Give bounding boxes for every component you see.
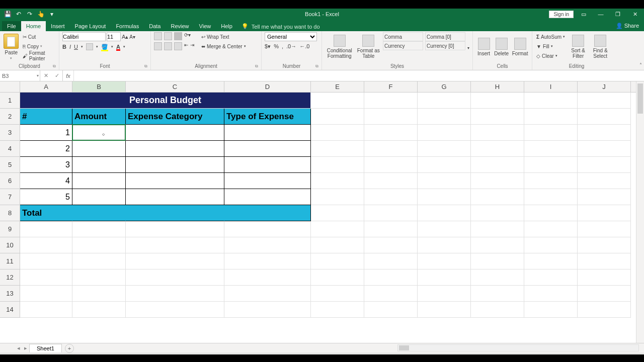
tab-file[interactable]: File (2, 21, 21, 31)
increase-decimal-icon[interactable]: .0→ (286, 43, 296, 50)
autosum-button[interactable]: ΣAutoSum▾ (535, 32, 566, 41)
cell[interactable] (72, 237, 126, 253)
cell[interactable] (524, 286, 578, 302)
cell[interactable] (418, 141, 471, 157)
style-comma0[interactable]: Comma [0] (425, 32, 465, 41)
launcher-icon[interactable]: ⧉ (144, 64, 147, 69)
cell[interactable] (524, 93, 578, 109)
merge-center-button[interactable]: ⬌Merge & Center▾ (200, 42, 247, 51)
cell[interactable] (578, 125, 631, 141)
row-header[interactable]: 7 (0, 189, 20, 205)
undo-icon[interactable]: ↶ (15, 11, 22, 18)
cell[interactable] (224, 221, 311, 237)
collapse-ribbon-icon[interactable]: ˄ (639, 62, 642, 68)
cell[interactable] (311, 253, 364, 269)
cell[interactable] (20, 302, 72, 318)
cell[interactable] (418, 221, 471, 237)
share-button[interactable]: 👤 Share (611, 21, 644, 31)
insert-cells-button[interactable]: Insert (476, 32, 492, 61)
cell[interactable] (578, 269, 631, 286)
cell[interactable] (418, 157, 471, 173)
chevron-down-icon[interactable]: ▾ (37, 73, 39, 78)
decrease-font-icon[interactable]: A▾ (129, 34, 135, 40)
cell[interactable] (524, 109, 578, 125)
cell[interactable] (224, 269, 311, 286)
cell[interactable] (126, 205, 224, 221)
cell[interactable] (471, 286, 524, 302)
cell[interactable] (126, 221, 224, 237)
cell[interactable] (311, 189, 364, 205)
select-all-corner[interactable] (0, 81, 20, 92)
cell[interactable] (524, 189, 578, 205)
vertical-scrollbar[interactable] (636, 81, 644, 343)
cancel-formula-icon[interactable]: ✕ (40, 72, 51, 79)
cell[interactable] (224, 173, 311, 189)
cell[interactable] (126, 189, 224, 205)
cell[interactable] (364, 157, 418, 173)
column-header[interactable]: G (418, 81, 471, 92)
border-icon[interactable] (86, 43, 93, 50)
font-name-input[interactable] (62, 32, 106, 41)
cell[interactable] (418, 109, 471, 125)
cell[interactable] (364, 286, 418, 302)
cell[interactable] (418, 253, 471, 269)
sheet-nav-prev-icon[interactable]: ◂ (15, 345, 22, 351)
format-cells-button[interactable]: Format (511, 32, 529, 61)
cell[interactable] (311, 205, 364, 221)
cell[interactable] (578, 157, 631, 173)
column-header[interactable]: J (578, 81, 631, 92)
find-select-button[interactable]: Find & Select (590, 32, 610, 61)
accounting-icon[interactable]: $▾ (265, 43, 271, 50)
cell[interactable] (524, 141, 578, 157)
cell[interactable] (72, 141, 126, 157)
fill-button[interactable]: ▼Fill▾ (535, 42, 566, 51)
cell[interactable] (578, 237, 631, 253)
cell[interactable] (20, 286, 72, 302)
cell[interactable] (418, 173, 471, 189)
font-size-input[interactable] (107, 32, 121, 41)
cell[interactable] (364, 109, 418, 125)
column-header[interactable]: B (72, 81, 126, 92)
cell[interactable] (578, 302, 631, 318)
cell[interactable] (471, 253, 524, 269)
cell[interactable] (578, 109, 631, 125)
clear-button[interactable]: ◇Clear▾ (535, 51, 566, 60)
cell[interactable] (224, 141, 311, 157)
percent-icon[interactable]: % (274, 43, 279, 50)
row-header[interactable]: 5 (0, 157, 20, 173)
cell[interactable] (364, 221, 418, 237)
cell[interactable] (364, 253, 418, 269)
cell[interactable] (418, 189, 471, 205)
cell[interactable] (471, 109, 524, 125)
touch-mode-icon[interactable]: 👆 (37, 11, 44, 18)
cell[interactable] (311, 221, 364, 237)
cell[interactable] (311, 286, 364, 302)
add-sheet-button[interactable]: + (65, 344, 74, 353)
budget-total-label[interactable]: Total (20, 205, 72, 221)
cell[interactable] (418, 286, 471, 302)
cell[interactable] (364, 173, 418, 189)
cell[interactable] (126, 269, 224, 286)
cell[interactable] (224, 125, 311, 141)
comma-style-icon[interactable]: , (282, 43, 283, 50)
styles-more-icon[interactable]: ▾ (467, 46, 469, 50)
cell[interactable]: 2 (20, 141, 72, 157)
increase-indent-icon[interactable]: ⇥ (190, 42, 194, 50)
cell[interactable] (72, 157, 126, 173)
cell[interactable] (20, 253, 72, 269)
row-header[interactable]: 6 (0, 173, 20, 189)
column-header[interactable]: I (524, 81, 578, 92)
formula-input[interactable] (74, 70, 644, 81)
tab-page-layout[interactable]: Page Layout (70, 21, 111, 31)
cell[interactable] (578, 253, 631, 269)
cell[interactable] (471, 189, 524, 205)
cell[interactable] (578, 221, 631, 237)
cell[interactable] (418, 269, 471, 286)
sign-in-button[interactable]: Sign in (549, 11, 574, 18)
column-header[interactable]: H (471, 81, 524, 92)
cell[interactable] (524, 237, 578, 253)
column-header[interactable]: C (126, 81, 224, 92)
budget-header[interactable]: Type of Expense (224, 109, 311, 125)
cell[interactable] (126, 302, 224, 318)
tab-home[interactable]: Home (21, 21, 46, 31)
